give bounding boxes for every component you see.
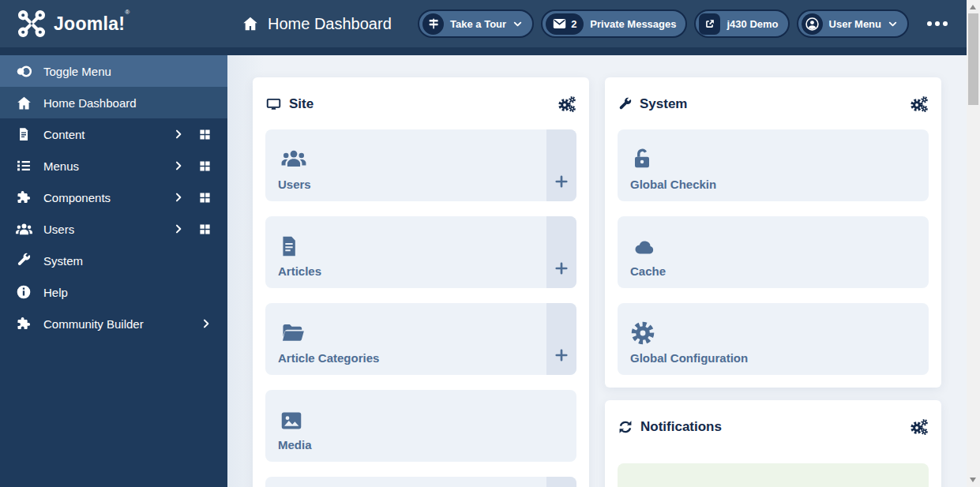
- take-a-tour-label: Take a Tour: [450, 18, 506, 30]
- users-icon: [278, 145, 310, 172]
- tile-global-configuration[interactable]: Global Configuration: [618, 303, 929, 375]
- tile-notification[interactable]: [618, 463, 929, 487]
- chevron-down-icon: [888, 19, 898, 29]
- sidebar-item-components[interactable]: Components: [0, 182, 227, 213]
- plus-icon: [554, 260, 569, 276]
- list-icon: [14, 158, 33, 174]
- map-signs-icon: [422, 13, 444, 35]
- site-preview-label: j430 Demo: [727, 18, 778, 30]
- top-header: Joomla!® Home Dashboard Take a Tour: [0, 0, 967, 47]
- brand-trademark: ®: [125, 9, 130, 16]
- scroll-down-arrow[interactable]: [970, 478, 976, 482]
- page-heading: Home Dashboard: [242, 15, 392, 33]
- sidebar-item-label: Content: [43, 128, 85, 141]
- desktop-icon: [265, 97, 282, 112]
- ellipsis-icon: [927, 21, 932, 26]
- user-circle-icon: [802, 13, 823, 35]
- user-menu-button[interactable]: User Menu: [797, 9, 909, 38]
- tile-label: Media: [278, 438, 564, 451]
- home-icon: [242, 15, 259, 32]
- private-messages-button[interactable]: 2 Private Messages: [541, 9, 687, 38]
- puzzle-icon: [14, 189, 33, 205]
- chevron-right-icon: [173, 223, 184, 234]
- tile-label: Cache: [630, 264, 916, 278]
- scrollbar-thumb[interactable]: [968, 13, 978, 105]
- info-circle-icon: [14, 284, 33, 300]
- puzzle-icon: [14, 316, 33, 332]
- chevron-right-icon: [201, 318, 212, 329]
- tile-label: Article Categories: [278, 351, 564, 365]
- file-icon: [14, 126, 33, 142]
- chevron-down-icon: [513, 19, 523, 29]
- add-article-button[interactable]: [546, 216, 576, 288]
- card-title: Site: [289, 96, 314, 112]
- unlock-icon: [630, 145, 654, 172]
- sidebar-item-system[interactable]: System: [0, 245, 227, 276]
- chevron-right-icon: [173, 129, 184, 140]
- sidebar-item-label: Home Dashboard: [43, 96, 137, 110]
- sidebar-item-label: Components: [43, 191, 111, 204]
- image-icon: [278, 409, 305, 433]
- sidebar-item-users[interactable]: Users: [0, 213, 227, 245]
- site-settings-button[interactable]: [558, 95, 576, 114]
- sidebar-item-community-builder[interactable]: Community Builder: [0, 308, 227, 339]
- home-icon: [14, 95, 33, 111]
- tile-label: Users: [278, 178, 564, 191]
- tile-media[interactable]: Media: [265, 390, 576, 462]
- sidebar-item-help[interactable]: Help: [0, 276, 227, 308]
- take-a-tour-button[interactable]: Take a Tour: [418, 9, 534, 38]
- add-article-category-button[interactable]: [546, 303, 576, 375]
- wrench-icon: [14, 253, 33, 268]
- envelope-icon: [553, 18, 566, 29]
- site-preview-button[interactable]: j430 Demo: [694, 9, 789, 38]
- wrench-icon: [618, 97, 633, 112]
- users-icon: [14, 220, 33, 238]
- toggle-icon: [14, 62, 33, 81]
- add-button[interactable]: [546, 477, 576, 487]
- file-icon: [278, 234, 300, 259]
- tile-articles[interactable]: Articles: [265, 216, 576, 288]
- joomla-logo-icon: [17, 9, 46, 38]
- sidebar-item-menus[interactable]: Menus: [0, 150, 227, 182]
- add-user-button[interactable]: [546, 129, 576, 201]
- main-content: Site: [227, 55, 967, 487]
- tile-label: Global Checkin: [630, 178, 916, 191]
- tile-article-categories[interactable]: Article Categories: [265, 303, 576, 375]
- card-title: Notifications: [640, 419, 722, 435]
- folder-open-icon: [278, 320, 308, 346]
- tile-label: Articles: [278, 264, 564, 278]
- tile-users[interactable]: Users: [265, 129, 576, 201]
- tile-cache[interactable]: Cache: [618, 216, 929, 288]
- messages-count-badge: 2: [546, 13, 584, 35]
- sidebar-item-home-dashboard[interactable]: Home Dashboard: [0, 87, 227, 118]
- sync-icon: [618, 419, 633, 435]
- dashboard-grid-icon[interactable]: [198, 191, 212, 204]
- scroll-up-arrow[interactable]: [970, 5, 976, 9]
- dashboard-grid-icon[interactable]: [198, 159, 212, 173]
- dashboard-grid-icon[interactable]: [198, 128, 212, 141]
- notifications-settings-button[interactable]: [910, 418, 929, 436]
- sidebar-item-label: Help: [43, 286, 68, 299]
- tile-global-checkin[interactable]: Global Checkin: [618, 129, 929, 201]
- joomla-logo: Joomla!®: [0, 9, 227, 38]
- sidebar-item-label: Toggle Menu: [43, 65, 111, 78]
- sidebar-item-toggle-menu[interactable]: Toggle Menu: [0, 55, 227, 87]
- vertical-scrollbar[interactable]: [967, 0, 980, 487]
- card-title: System: [640, 96, 687, 112]
- page-title: Home Dashboard: [268, 15, 392, 33]
- external-link-icon: [699, 13, 720, 35]
- joomla-admin-dashboard: { "brand": { "name": "Joomla!", "tradema…: [0, 0, 980, 487]
- header-bottom-strip: [0, 47, 967, 55]
- sidebar-item-label: Users: [43, 223, 74, 236]
- private-messages-label: Private Messages: [590, 18, 676, 30]
- cogs-icon: [910, 95, 929, 114]
- more-options-button[interactable]: [924, 17, 951, 31]
- system-settings-button[interactable]: [910, 95, 929, 114]
- sidebar: Toggle Menu Home Dashboard Content Menus: [0, 55, 227, 487]
- cogs-icon: [558, 95, 576, 114]
- chevron-right-icon: [173, 160, 184, 171]
- dashboard-grid-icon[interactable]: [198, 223, 212, 236]
- sidebar-item-label: System: [43, 254, 83, 268]
- sidebar-item-content[interactable]: Content: [0, 118, 227, 150]
- tile-partial[interactable]: [265, 477, 576, 487]
